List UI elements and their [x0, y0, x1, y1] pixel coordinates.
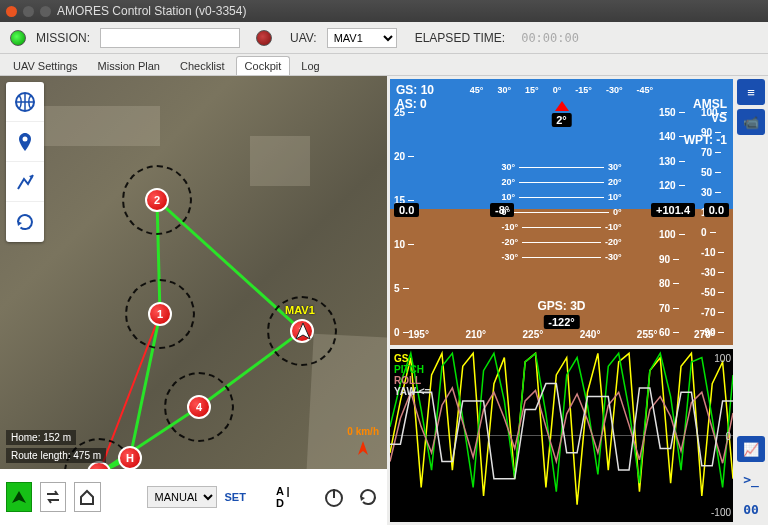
uav-marker-icon [292, 321, 314, 343]
chart-button[interactable]: 📈 [737, 436, 765, 462]
window-close-icon[interactable] [6, 6, 17, 17]
list-button[interactable]: ≡ [737, 79, 765, 105]
primary-flight-display: GS: 10 AS: 0 AMSL VS WPT: -1 45°30°15°0°… [390, 79, 733, 345]
svg-point-2 [23, 136, 28, 141]
top-toolbar: MISSION: UAV: MAV1 ELAPSED TIME: 00:00:0… [0, 22, 768, 54]
speed-tape: 2520151050 [394, 107, 426, 329]
svg-marker-4 [17, 221, 22, 226]
refresh-icon [14, 211, 36, 233]
waypoint-1[interactable]: 1 [148, 302, 172, 326]
tab-cockpit[interactable]: Cockpit [236, 56, 291, 75]
svg-marker-5 [358, 441, 368, 455]
home-distance: Home: 152 m [6, 430, 76, 445]
altitude-tape: 15014013012011010090807060 [659, 107, 691, 329]
map-view[interactable]: 12345H MAV1 0 km/h Home: 152 m Route len… [0, 76, 387, 469]
route-icon [14, 171, 36, 193]
uav-marker-label: MAV1 [285, 304, 315, 316]
waypoint-4[interactable]: 4 [187, 395, 211, 419]
speed-box: 0.0 [394, 203, 419, 217]
map-panel: 12345H MAV1 0 km/h Home: 152 m Route len… [0, 76, 387, 525]
tab-mission-plan[interactable]: Mission Plan [89, 56, 169, 75]
chart-ytick-mid: 0 [725, 430, 731, 441]
uav-label: UAV: [290, 31, 317, 45]
camera-icon: 📹 [743, 115, 759, 130]
waypoint-2[interactable]: 2 [145, 188, 169, 212]
tab-log[interactable]: Log [292, 56, 328, 75]
pitch-ladder: 30°30°20°20°10°10°0°0°-10°-10°-20°-20°-3… [502, 157, 622, 267]
svg-marker-0 [296, 323, 310, 339]
record-status-icon [256, 30, 272, 46]
chart-lines [390, 349, 733, 522]
pin-button[interactable] [6, 122, 44, 162]
pin-icon [14, 131, 36, 153]
content: 12345H MAV1 0 km/h Home: 152 m Route len… [0, 76, 768, 525]
north-arrow-icon [354, 439, 372, 459]
camera-button[interactable]: 📹 [737, 109, 765, 135]
cycle-button[interactable] [355, 482, 381, 512]
gps-label: GPS: 3D [537, 299, 585, 313]
svg-marker-9 [360, 496, 365, 501]
connection-status-icon [10, 30, 26, 46]
window-minimize-icon[interactable] [23, 6, 34, 17]
list-icon: ≡ [747, 85, 755, 100]
map-side-tools [6, 82, 44, 242]
uav-select[interactable]: MAV1 [327, 28, 397, 48]
gs-label: GS: 10 [396, 83, 434, 97]
svg-marker-10 [555, 101, 569, 111]
right-icon-bar: ≡ 📹 📈 >_ 00 [737, 79, 765, 522]
tab-bar: UAV Settings Mission Plan Checklist Cock… [0, 54, 768, 76]
map-bottom-bar: MANUAL SET A | D [0, 469, 387, 525]
yaw-box: -122° [543, 315, 579, 329]
power-icon [323, 486, 345, 508]
chart-ytick-bot: -100 [711, 507, 731, 518]
svg-marker-6 [12, 491, 26, 503]
globe-icon [14, 91, 36, 113]
alt-box: +101.4 [651, 203, 695, 217]
globe-button[interactable] [6, 82, 44, 122]
window-title: AMORES Control Station (v0-3354) [57, 4, 246, 18]
elapsed-value: 00:00:00 [515, 31, 579, 45]
home-button[interactable] [74, 482, 100, 512]
route-button[interactable] [6, 162, 44, 202]
ad-toggle[interactable]: A | D [276, 485, 297, 509]
vs-tape: 10090705030100-10-30-50-70-90 [701, 107, 729, 329]
right-panel: GS: 10 AS: 0 AMSL VS WPT: -1 45°30°15°0°… [387, 76, 768, 525]
heading-box: 2° [551, 113, 572, 127]
loop-button[interactable] [40, 482, 66, 512]
cycle-icon [357, 486, 379, 508]
launch-icon [10, 488, 28, 506]
chart-icon: 📈 [743, 442, 759, 457]
roll-scale: 45°30°15°0°-15°-30°-45° [470, 85, 653, 95]
titlebar: AMORES Control Station (v0-3354) [0, 0, 768, 22]
chart-ytick-top: 100 [714, 353, 731, 364]
compass-strip: 195°210°225°240°255°270° [390, 329, 733, 343]
terminal-icon: >_ [743, 472, 759, 487]
route-length: Route length: 475 m [6, 448, 106, 463]
terminal-button[interactable]: >_ [737, 466, 765, 492]
power-button[interactable] [321, 482, 347, 512]
loop-icon [44, 488, 62, 506]
mode-select[interactable]: MANUAL [147, 486, 217, 508]
chart-legend: GSPITCHROLLYAW <= [394, 353, 430, 397]
window-maximize-icon[interactable] [40, 6, 51, 17]
mission-label: MISSION: [36, 31, 90, 45]
set-button[interactable]: SET [225, 491, 246, 503]
elapsed-label: ELAPSED TIME: [415, 31, 505, 45]
speed-indicator: 0 km/h [347, 426, 379, 459]
roll-pointer-icon [555, 101, 569, 111]
vs-box: 0.0 [704, 203, 729, 217]
tab-checklist[interactable]: Checklist [171, 56, 234, 75]
launch-button[interactable] [6, 482, 32, 512]
tab-uav-settings[interactable]: UAV Settings [4, 56, 87, 75]
telemetry-chart: GSPITCHROLLYAW <= 100 0 -100 [390, 349, 733, 522]
zero-label: 00 [743, 502, 759, 517]
zero-button[interactable]: 00 [737, 496, 765, 522]
refresh-button[interactable] [6, 202, 44, 242]
home-icon [78, 488, 96, 506]
mission-input[interactable] [100, 28, 240, 48]
waypoint-H[interactable]: H [118, 446, 142, 469]
